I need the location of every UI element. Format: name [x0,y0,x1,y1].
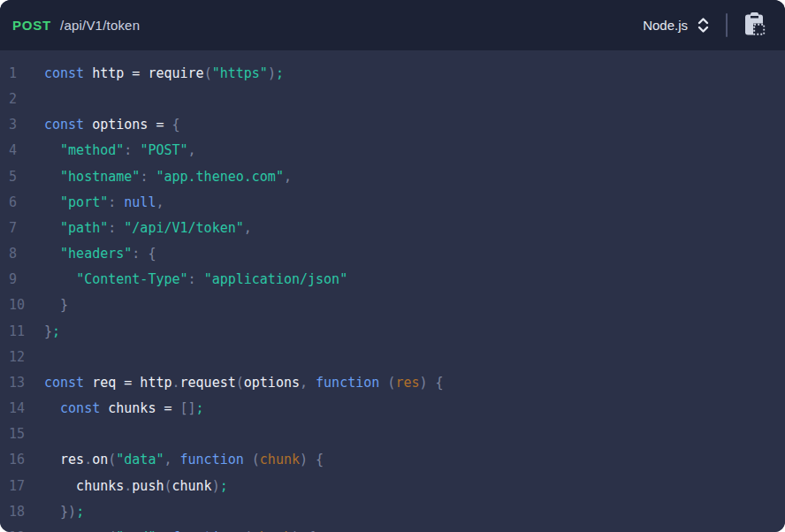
code-line: 13const req = http.request(options, func… [0,370,785,396]
line-number: 2 [0,87,44,112]
code-line: 3const options = { [0,112,785,138]
line-number: 12 [0,345,44,370]
code-line-content: const req = http.request(options, functi… [44,370,785,396]
code-line-content [44,87,785,112]
line-number: 16 [0,447,44,473]
code-line-content: "method": "POST", [44,138,785,163]
code-line-content: } [44,293,785,318]
chevron-up-down-icon [696,16,711,34]
line-number: 1 [0,61,44,87]
code-line-content: res.on("end", function (chunk) { [44,525,785,532]
code-line: 15 [0,422,785,447]
code-line: 12 [0,345,785,370]
line-number: 6 [0,190,44,216]
code-line-content: }; [44,319,785,345]
code-line: 9 "Content-Type": "application/json" [0,267,785,293]
code-line: 6 "port": null, [0,190,785,216]
code-line-content: "hostname": "app.theneo.com", [44,164,785,190]
code-line-content: "path": "/api/V1/token", [44,216,785,241]
line-number: 7 [0,216,44,241]
code-line: 2 [0,87,785,112]
code-line: 10 } [0,293,785,318]
language-selector[interactable]: Node.js [643,16,711,34]
code-line: 16 res.on("data", function (chunk) { [0,447,785,473]
code-line-content: "Content-Type": "application/json" [44,267,785,293]
code-line-content: const chunks = []; [44,396,785,422]
line-number: 4 [0,138,44,163]
code-line-content: res.on("data", function (chunk) { [44,447,785,473]
code-lines: 1const http = require("https");23const o… [0,61,785,532]
code-editor: 1const http = require("https");23const o… [0,50,785,532]
http-method-badge: POST [12,18,51,33]
line-number: 15 [0,422,44,447]
code-line-content [44,345,785,370]
code-line-content [44,422,785,447]
code-line: 11}; [0,319,785,345]
code-line-content: const http = require("https"); [44,61,785,87]
code-line-content: "headers": { [44,241,785,267]
line-number: 10 [0,293,44,318]
code-line: 18 }); [0,499,785,525]
header-divider [726,13,728,37]
code-line: 5 "hostname": "app.theneo.com", [0,164,785,190]
line-number: 17 [0,474,44,499]
code-line-content: "port": null, [44,190,785,216]
code-line-content: chunks.push(chunk); [44,474,785,499]
code-line: 19 res.on("end", function (chunk) { [0,525,785,532]
line-number: 14 [0,396,44,422]
line-number: 3 [0,112,44,138]
code-line: 7 "path": "/api/V1/token", [0,216,785,241]
code-line: 17 chunks.push(chunk); [0,474,785,499]
line-number: 18 [0,499,44,525]
line-number: 19 [0,525,44,532]
line-number: 5 [0,164,44,190]
line-number: 9 [0,267,44,293]
line-number: 11 [0,319,44,345]
code-line: 1const http = require("https"); [0,61,785,87]
copy-code-button[interactable] [743,11,767,39]
line-number: 8 [0,241,44,267]
code-line-content: }); [44,499,785,525]
clipboard-icon [743,11,767,39]
language-selector-value: Node.js [643,18,688,33]
code-line-content: const options = { [44,112,785,138]
snippet-header: POST /api/V1/token Node.js [0,0,785,50]
code-line: 14 const chunks = []; [0,396,785,422]
code-snippet-panel: POST /api/V1/token Node.js [0,0,785,532]
endpoint-path: /api/V1/token [60,18,140,33]
code-line: 4 "method": "POST", [0,138,785,163]
line-number: 13 [0,370,44,396]
code-line: 8 "headers": { [0,241,785,267]
